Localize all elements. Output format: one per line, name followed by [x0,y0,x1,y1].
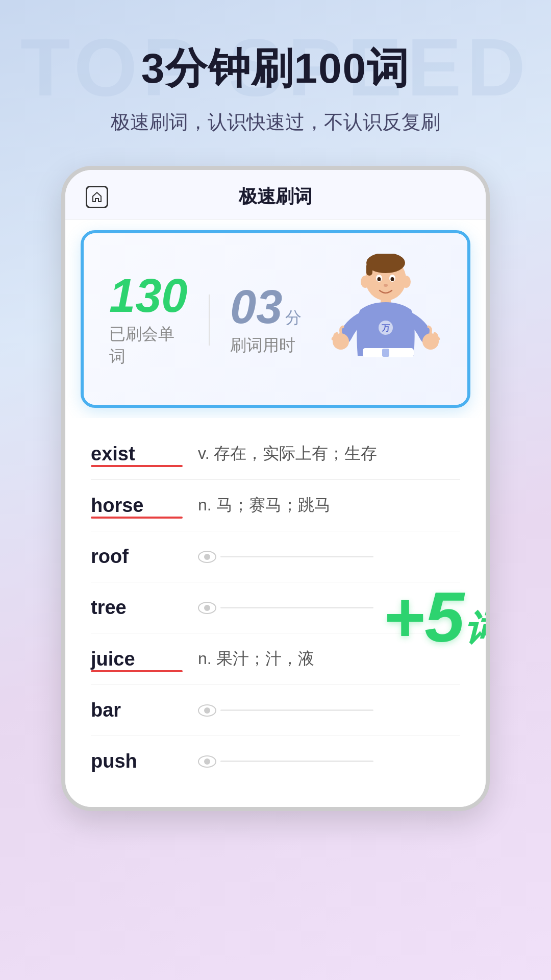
hidden-definition-line [220,556,373,557]
eye-icon [198,755,216,768]
home-icon [86,186,108,208]
svg-point-9 [402,276,411,288]
main-headline: 3分钟刷100词 [141,41,410,97]
eye-icon [198,704,216,717]
stats-card-wrapper: 130 已刷会单词 03 分 刷词用时 [81,230,470,408]
word-list: +5词 existv. 存在，实际上有；生存horsen. 马；赛马；跳马roo… [65,418,486,787]
stats-time-label: 刷词用时 [230,334,309,357]
svg-text:万: 万 [381,324,390,332]
main-container: 3分钟刷100词 极速刷词，认识快速过，不认识反复刷 极速刷词 130 已刷会单… [0,0,551,811]
stats-card: 130 已刷会单词 03 分 刷词用时 [84,233,467,405]
word-hidden-indicator [198,551,373,563]
stats-divider [209,295,210,346]
word-english: bar [91,699,183,721]
stats-time-section: 03 分 刷词用时 [230,283,309,357]
word-definition: v. 存在，实际上有；生存 [198,443,377,465]
hidden-definition-line [220,607,373,608]
svg-rect-2 [366,263,372,276]
svg-point-8 [361,276,370,288]
word-item: push [91,736,460,787]
word-english: horse [91,495,183,517]
word-hidden-indicator [198,755,373,768]
word-english: tree [91,597,183,619]
stats-count: 130 [109,272,188,319]
svg-point-7 [384,284,388,287]
stats-count-label: 已刷会单词 [109,323,188,368]
word-item: bar [91,685,460,736]
plus-unit: 词 [464,608,490,649]
word-definition: n. 果汁；汁，液 [198,648,314,670]
word-item: horsen. 马；赛马；跳马 [91,480,460,531]
plus-number: +5 [383,577,464,657]
topbar-title: 极速刷词 [239,184,312,209]
word-english: push [91,750,183,772]
hidden-definition-line [220,709,373,711]
main-subtitle: 极速刷词，认识快速过，不认识反复刷 [111,109,440,135]
word-english: juice [91,648,183,670]
stats-time-unit: 分 [285,307,302,329]
stats-time: 03 [230,283,282,330]
word-hidden-indicator [198,602,373,614]
svg-rect-12 [382,349,389,357]
word-item: roof [91,531,460,582]
phone-bottom-spacer [65,787,486,807]
stats-time-row: 03 分 [230,283,309,334]
plus-overlay: +5词 [383,581,490,654]
stats-count-section: 130 已刷会单词 [109,272,188,368]
eye-icon [198,602,216,614]
word-definition: n. 马；赛马；跳马 [198,494,331,517]
hidden-definition-line [220,761,373,762]
phone-topbar: 极速刷词 [65,170,486,220]
word-item: existv. 存在，实际上有；生存 [91,428,460,480]
word-english: exist [91,443,183,465]
phone-frame: 极速刷词 130 已刷会单词 03 分 刷词用时 [61,166,490,811]
svg-point-6 [391,277,394,281]
character-figure: 万 [330,254,442,386]
eye-icon [198,551,216,563]
word-hidden-indicator [198,704,373,717]
svg-point-5 [378,277,381,281]
word-english: roof [91,546,183,568]
